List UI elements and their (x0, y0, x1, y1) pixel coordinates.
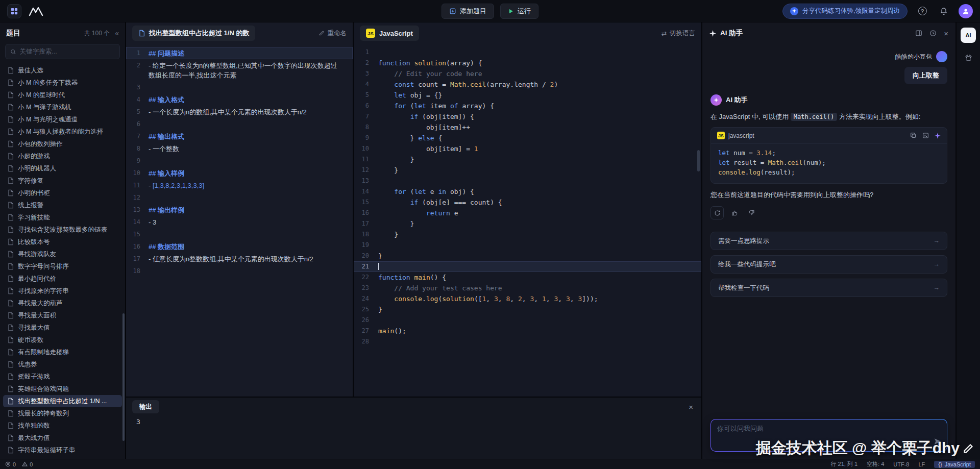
language-pill[interactable]: JS JavaScript (360, 26, 419, 41)
sidebar-item[interactable]: 小包的数列操作 (3, 138, 122, 150)
eol-status[interactable]: LF (918, 461, 925, 467)
code-line[interactable]: 13 (354, 176, 701, 186)
code-line[interactable]: 6 for (let item of array) { (354, 101, 701, 111)
close-ai-panel-icon[interactable]: × (944, 29, 948, 38)
problem-line[interactable]: 4## 输入格式 (126, 93, 353, 106)
code-line[interactable]: 21 (354, 261, 701, 272)
sidebar-item[interactable]: 小明的机器人 (3, 162, 122, 175)
problem-line[interactable]: 9 (126, 155, 353, 167)
code-line[interactable]: 17 } (354, 218, 701, 229)
code-line[interactable]: 15 if (obj[e] === count) { (354, 197, 701, 208)
sidebar-item[interactable]: 英雄组合游戏问题 (3, 383, 122, 395)
code-line[interactable]: 2function solution(array) { (354, 58, 701, 68)
problem-line[interactable]: 8- 一个整数 (126, 142, 353, 155)
ai-question-input[interactable] (717, 424, 926, 447)
problem-line[interactable]: 15 (126, 228, 353, 240)
sidebar-item[interactable]: 小 M 的多任务下载器 (3, 77, 122, 89)
history-icon[interactable] (929, 30, 937, 37)
suggestion-chip[interactable]: 帮我检查一下代码→ (710, 279, 947, 297)
suggestion-chip[interactable]: 需要一点思路提示→ (710, 232, 947, 250)
code-line[interactable]: 18 } (354, 229, 701, 240)
sidebar-item[interactable]: 小超的游戏 (3, 150, 122, 162)
sidebar-item[interactable]: 寻找包含斐波那契数最多的链表 (3, 224, 122, 236)
code-line[interactable]: 16 return e (354, 208, 701, 218)
problem-line[interactable]: 12 (126, 191, 353, 204)
code-line[interactable]: 9 } else { (354, 133, 701, 143)
problem-line[interactable]: 10## 输入样例 (126, 167, 353, 179)
sidebar-item[interactable]: 摇骰子游戏 (3, 371, 122, 383)
warnings-status[interactable]: 0 (22, 461, 33, 467)
sidebar-item[interactable]: 学习新技能 (3, 211, 122, 224)
insert-code-icon[interactable] (922, 132, 929, 139)
sidebar-item[interactable]: 线上报警 (3, 199, 122, 211)
app-logo[interactable] (7, 4, 21, 18)
code-line[interactable]: 8 obj[item]++ (354, 122, 701, 133)
code-line[interactable]: 4 const count = Math.ceil(array.length /… (354, 79, 701, 90)
cursor-position[interactable]: 行 21, 列 1 (830, 460, 857, 468)
output-tab[interactable]: 输出 (132, 400, 159, 413)
sidebar-item[interactable]: 小 M 与狼人拯救者的能力选择 (3, 126, 122, 138)
sidebar-item[interactable]: 比较版本号 (3, 236, 122, 248)
code-line[interactable]: 11 } (354, 154, 701, 165)
sidebar-item[interactable]: 寻找最大面积 (3, 309, 122, 322)
code-line[interactable]: 10 obj[item] = 1 (354, 143, 701, 154)
code-line[interactable]: 19 (354, 240, 701, 251)
indentation-status[interactable]: 空格: 4 (867, 460, 884, 468)
code-line[interactable]: 7 if (obj[item]) { (354, 111, 701, 122)
sidebar-item[interactable]: 小 M 的星球时代 (3, 89, 122, 101)
problem-line[interactable]: 6 (126, 118, 353, 130)
problem-line[interactable]: 3 (126, 81, 353, 93)
problem-line[interactable]: 5- 一个长度为n的数组,其中某个元素的出现次数大于n/2 (126, 106, 353, 118)
sidebar-item[interactable]: 数字字母问号排序 (3, 260, 122, 273)
problem-line[interactable]: 14- 3 (126, 216, 353, 228)
sidebar-item[interactable]: 最小趋同代价 (3, 273, 122, 285)
code-line[interactable]: 28 (354, 336, 701, 347)
sidebar-item[interactable]: 找出整型数组中占比超过 1/N ... (3, 395, 122, 407)
search-input[interactable] (20, 48, 115, 55)
theme-rail-icon[interactable] (962, 51, 975, 64)
switch-language-button[interactable]: ⇄ 切换语言 (662, 29, 695, 38)
code-line[interactable]: 1 (354, 47, 701, 58)
close-output-icon[interactable]: × (687, 403, 695, 411)
code-editor[interactable]: 12function solution(array) {3 // Edit yo… (354, 44, 701, 397)
user-avatar[interactable] (959, 4, 973, 18)
code-line[interactable]: 14 for (let e in obj) { (354, 186, 701, 197)
sidebar-item[interactable]: 优惠券 (3, 358, 122, 371)
sidebar-item[interactable]: 寻找最大值 (3, 322, 122, 334)
marscode-logo[interactable] (29, 6, 45, 16)
sidebar-scrollbar[interactable] (122, 313, 125, 441)
code-line[interactable]: 22function main() { (354, 272, 701, 283)
problem-line[interactable]: 18 (126, 265, 353, 277)
code-line[interactable]: 26 (354, 315, 701, 326)
sidebar-item[interactable]: 小明的书柜 (3, 187, 122, 199)
language-status[interactable]: {} JavaScript (934, 461, 975, 468)
copy-code-icon[interactable] (910, 132, 917, 139)
sidebar-item[interactable]: 字符串最短循环子串 (3, 444, 122, 456)
send-icon[interactable] (934, 437, 942, 447)
sidebar-item[interactable]: 有点限制地走楼梯 (3, 346, 122, 358)
code-line[interactable]: 3 // Edit your code here (354, 68, 701, 79)
run-button[interactable]: 运行 (500, 4, 538, 19)
thumbs-up-icon[interactable] (728, 206, 741, 219)
sidebar-item[interactable]: 小 M 与光明之魂通道 (3, 113, 122, 126)
sidebar-item[interactable]: 硬币凑数 (3, 334, 122, 346)
sidebar-item[interactable]: 字符修复 (3, 175, 122, 187)
problem-line[interactable]: 7## 输出格式 (126, 130, 353, 142)
sidebar-item[interactable]: 找最长的神奇数列 (3, 407, 122, 419)
problem-line[interactable]: 2- 给定一个长度为n的整型数组,已知其中一个数字的出现次数超过数组长度的一半,… (126, 59, 353, 81)
problem-markdown[interactable]: 1## 问题描述2- 给定一个长度为n的整型数组,已知其中一个数字的出现次数超过… (126, 44, 353, 397)
thumbs-down-icon[interactable] (745, 206, 758, 219)
ai-rail-button[interactable]: AI (961, 28, 976, 43)
sidebar-item[interactable]: 寻找原来的字符串 (3, 285, 122, 297)
open-in-sidebar-icon[interactable] (915, 30, 922, 37)
help-icon[interactable]: ? (916, 5, 929, 18)
code-line[interactable]: 20} (354, 251, 701, 261)
sidebar-item[interactable]: 寻找游戏队友 (3, 248, 122, 260)
code-line[interactable]: 25} (354, 304, 701, 315)
code-line[interactable]: 27main(); (354, 326, 701, 336)
code-line[interactable]: 24 console.log(solution([1, 3, 8, 2, 3, … (354, 293, 701, 304)
sidebar-item[interactable]: 最佳人选 (3, 64, 122, 77)
rename-button[interactable]: 重命名 (318, 29, 347, 38)
magic-apply-icon[interactable] (935, 133, 941, 139)
editor-scrollbar[interactable] (697, 150, 700, 171)
